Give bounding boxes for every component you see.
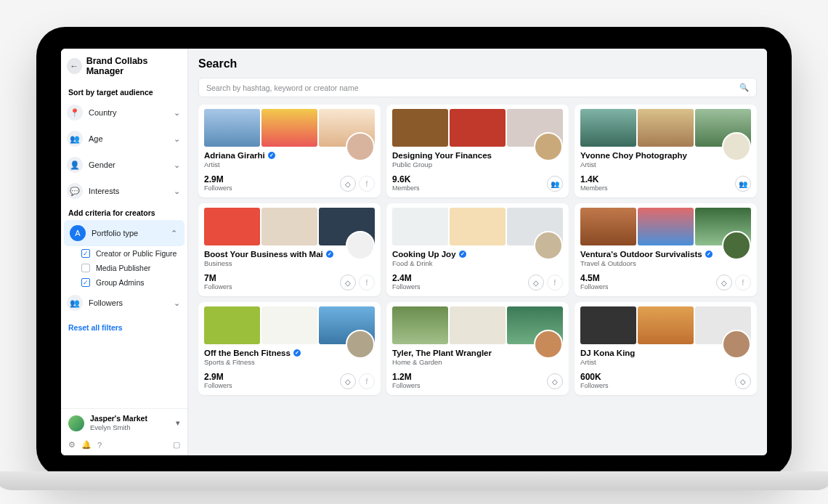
sidebar-header: ← Brand Collabs Manager: [61, 49, 187, 84]
search-input[interactable]: Search by hashtag, keyword or creator na…: [198, 78, 757, 97]
creator-name-text: DJ Kona King: [580, 349, 635, 357]
creator-category: Artist: [204, 160, 375, 168]
bell-icon[interactable]: 🔔: [81, 440, 92, 450]
stat-label: Followers: [580, 382, 609, 389]
filter-portfolio-type[interactable]: A Portfolio type ⌃: [64, 220, 184, 246]
creator-card[interactable]: Yvonne Choy Photography Artist 1.4K Memb…: [575, 105, 757, 198]
thumb-image: [392, 306, 448, 344]
check-icon: ✓: [81, 249, 90, 258]
verified-badge-icon: ✓: [293, 349, 301, 357]
stat-label: Followers: [392, 382, 421, 389]
stat-value: 2.9M: [204, 372, 232, 382]
thumb-image: [580, 109, 636, 147]
page-title: Search: [188, 49, 767, 78]
creator-category: Food & Drink: [392, 259, 563, 267]
fb-icon[interactable]: f: [735, 275, 751, 290]
stat-value: 2.4M: [392, 273, 421, 283]
account-user: Evelyn Smith: [90, 423, 147, 431]
stat-label: Followers: [204, 184, 232, 192]
thumb-image: [261, 306, 317, 344]
creator-card[interactable]: Cooking Up Joy ✓ Food & Drink 2.4M Follo…: [386, 203, 569, 296]
filter-label: Gender: [89, 160, 115, 169]
creator-category: Sports & Fitness: [204, 358, 375, 366]
group-icon[interactable]: 👥: [735, 176, 751, 192]
reset-filters-link[interactable]: Reset all filters: [61, 316, 187, 339]
app-title: Brand Collabs Manager: [86, 56, 182, 76]
sidebar-footer: Jasper's Market Evelyn Smith ▾ ⚙ 🔔 ? ▢: [61, 408, 187, 455]
checkbox-group-admins[interactable]: ✓ Group Admins: [61, 275, 187, 290]
verified-badge-icon: ✓: [705, 251, 713, 258]
ig-icon[interactable]: ◇: [547, 373, 563, 389]
fb-icon[interactable]: f: [359, 373, 375, 389]
ig-icon[interactable]: ◇: [716, 275, 732, 290]
creator-card[interactable]: Boost Your Business with Mai ✓ Business …: [198, 203, 381, 296]
filter-followers[interactable]: 👥 Followers ⌄: [61, 290, 187, 316]
filter-country[interactable]: 📍 Country ⌄: [61, 99, 187, 126]
filter-label: Interests: [89, 187, 119, 195]
people-icon: 👥: [67, 131, 83, 147]
creator-card[interactable]: DJ Kona King Artist 600K Followers ◇: [575, 302, 757, 395]
account-switcher[interactable]: Jasper's Market Evelyn Smith ▾: [61, 409, 187, 437]
checkbox-creator-public-figure[interactable]: ✓ Creator or Public Figure: [61, 246, 187, 261]
fb-icon[interactable]: f: [547, 275, 563, 290]
thumb-image: [204, 109, 260, 147]
creator-avatar: [346, 330, 375, 359]
creator-category: Travel & Outdoors: [580, 259, 751, 267]
account-name: Jasper's Market: [90, 415, 147, 423]
chevron-down-icon: ▾: [176, 418, 180, 428]
creator-avatar: [722, 132, 751, 161]
filter-label: Age: [89, 134, 103, 143]
fb-icon[interactable]: f: [359, 176, 375, 192]
people-icon: 👥: [67, 295, 83, 311]
arrow-left-icon: ←: [70, 61, 78, 71]
checkbox-label: Group Admins: [96, 278, 145, 287]
help-icon[interactable]: ?: [97, 441, 102, 450]
creator-card[interactable]: Ventura's Outdoor Survivalists ✓ Travel …: [575, 203, 757, 296]
laptop-base: [0, 471, 828, 490]
filter-age[interactable]: 👥 Age ⌄: [61, 126, 187, 152]
creator-category: Public Group: [392, 160, 563, 168]
search-icon: 🔍: [739, 83, 749, 92]
ig-icon[interactable]: ◇: [340, 373, 356, 389]
filter-label: Portfolio type: [92, 229, 138, 237]
filter-interests[interactable]: 💬 Interests ⌄: [61, 178, 187, 204]
ig-icon[interactable]: ◇: [340, 275, 356, 290]
gear-icon[interactable]: ⚙: [68, 440, 76, 450]
chevron-down-icon: ⌄: [174, 160, 180, 170]
thumb-image: [261, 109, 317, 147]
verified-badge-icon: ✓: [459, 251, 466, 258]
thumb-image: [450, 109, 506, 147]
creator-card[interactable]: Tyler, The Plant Wrangler Home & Garden …: [386, 302, 569, 395]
group-icon[interactable]: 👥: [547, 176, 563, 192]
creator-name-text: Adriana Girarhi: [204, 151, 265, 160]
panel-icon[interactable]: ▢: [173, 440, 180, 450]
stat-value: 600K: [580, 372, 609, 382]
creator-card[interactable]: Designing Your Finances Public Group 9.6…: [386, 105, 569, 198]
social-icons: ◇f: [528, 275, 563, 290]
chevron-down-icon: ⌄: [174, 108, 180, 118]
filter-gender[interactable]: 👤 Gender ⌄: [61, 152, 187, 178]
ig-icon[interactable]: ◇: [528, 275, 544, 290]
creator-name-text: Yvonne Choy Photography: [580, 151, 687, 160]
creator-card[interactable]: Adriana Girarhi ✓ Artist 2.9M Followers …: [198, 105, 381, 198]
creator-grid: Adriana Girarhi ✓ Artist 2.9M Followers …: [188, 105, 767, 405]
social-icons: 👥: [547, 176, 563, 192]
fb-icon[interactable]: f: [359, 275, 375, 290]
ig-icon[interactable]: ◇: [735, 373, 751, 389]
chevron-down-icon: ⌄: [174, 298, 180, 308]
creator-name-text: Off the Bench Fitness: [204, 349, 291, 357]
creator-card[interactable]: Off the Bench Fitness ✓ Sports & Fitness…: [198, 302, 381, 395]
ig-icon[interactable]: ◇: [340, 176, 356, 192]
stat-label: Followers: [204, 283, 232, 290]
stat-value: 4.5M: [580, 273, 609, 283]
checkbox-media-publisher[interactable]: Media Publisher: [61, 261, 187, 275]
creator-category: Artist: [580, 358, 751, 366]
creator-name-text: Boost Your Business with Mai: [204, 250, 323, 259]
stat-value: 1.4K: [580, 174, 608, 184]
checkbox-label: Creator or Public Figure: [96, 249, 176, 258]
creator-avatar: [722, 330, 751, 359]
creator-avatar: [534, 330, 563, 359]
person-icon: 👤: [67, 157, 83, 173]
thumb-image: [392, 208, 448, 245]
back-button[interactable]: ←: [67, 58, 82, 74]
